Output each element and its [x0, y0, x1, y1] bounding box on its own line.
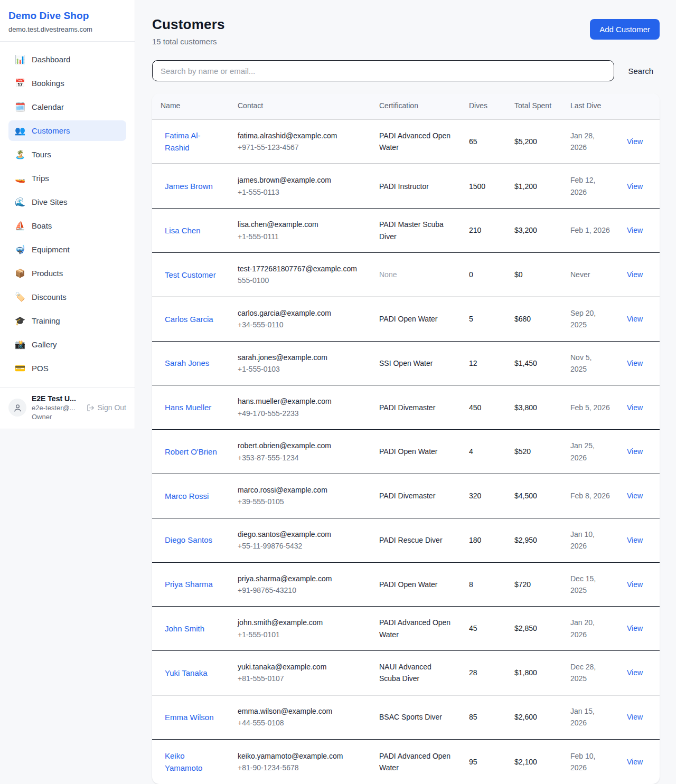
customer-last-dive: Jan 15, 2026: [562, 695, 618, 739]
customer-email: hans.mueller@example.com: [238, 395, 362, 407]
sidebar-item-pos[interactable]: 💳 POS: [8, 358, 126, 379]
sign-out-button[interactable]: Sign Out: [87, 403, 126, 412]
view-link[interactable]: View: [627, 315, 643, 323]
add-customer-button[interactable]: Add Customer: [590, 19, 660, 40]
sidebar-item-label: Gallery: [32, 340, 57, 349]
sidebar-item-discounts[interactable]: 🏷️ Discounts: [8, 287, 126, 307]
sidebar-item-tours[interactable]: 🏝️ Tours: [8, 144, 126, 165]
sidebar-item-boats[interactable]: ⛵ Boats: [8, 215, 126, 236]
view-link[interactable]: View: [627, 624, 643, 632]
customer-dives: 12: [461, 341, 506, 385]
customer-name-link[interactable]: Priya Sharma: [165, 580, 213, 589]
customer-name-link[interactable]: John Smith: [165, 624, 204, 633]
customer-total-spent: $2,100: [506, 739, 562, 784]
brand-name[interactable]: Demo Dive Shop: [8, 10, 126, 22]
customer-phone: +39-555-0105: [238, 496, 362, 507]
sidebar-item-customers[interactable]: 👥 Customers: [8, 120, 126, 141]
customer-total-spent: $5,200: [506, 119, 562, 164]
customer-name-link[interactable]: Lisa Chen: [165, 226, 201, 235]
table-row: Fatima Al-Rashid fatima.alrashid@example…: [152, 119, 660, 164]
sidebar-item-dive-sites[interactable]: 🌊 Dive Sites: [8, 192, 126, 212]
customer-last-dive: Sep 20, 2025: [562, 297, 618, 341]
camera-flash-icon: 📸: [15, 339, 25, 350]
sidebar-item-label: Trips: [32, 174, 49, 183]
view-link[interactable]: View: [627, 713, 643, 721]
view-link[interactable]: View: [627, 270, 643, 279]
customer-name-link[interactable]: Carlos Garcia: [165, 315, 213, 324]
sidebar-item-training[interactable]: 🎓 Training: [8, 310, 126, 331]
sidebar-item-products[interactable]: 📦 Products: [8, 263, 126, 284]
view-link[interactable]: View: [627, 403, 643, 412]
sidebar-item-calendar[interactable]: 🗓️ Calendar: [8, 97, 126, 117]
sidebar-nav: 📊 Dashboard 📅 Bookings 🗓️ Calendar 👥 Cus…: [0, 42, 135, 387]
customer-last-dive: Nov 5, 2025: [562, 341, 618, 385]
sidebar-item-bookings[interactable]: 📅 Bookings: [8, 73, 126, 93]
customer-last-dive: Feb 10, 2026: [562, 739, 618, 784]
customer-phone: +34-555-0110: [238, 319, 362, 330]
table-row: Test Customer test-1772681807767@example…: [152, 253, 660, 297]
customer-phone: +44-555-0108: [238, 717, 362, 729]
view-link[interactable]: View: [627, 359, 643, 367]
package-icon: 📦: [15, 268, 25, 278]
customer-name-link[interactable]: Fatima Al-Rashid: [165, 131, 201, 152]
table-header-row: NameContactCertificationDivesTotal Spent…: [152, 93, 660, 119]
customer-dives: 85: [461, 695, 506, 739]
customer-phone: +81-90-1234-5678: [238, 762, 362, 773]
customer-name-link[interactable]: Hans Mueller: [165, 403, 211, 412]
sidebar-item-trips[interactable]: 🚤 Trips: [8, 168, 126, 188]
view-link[interactable]: View: [627, 137, 643, 146]
search-button[interactable]: Search: [622, 62, 660, 80]
customer-email: marco.rossi@example.com: [238, 484, 362, 496]
view-link[interactable]: View: [627, 226, 643, 234]
customer-name-link[interactable]: Sarah Jones: [165, 358, 209, 367]
customer-name-link[interactable]: Robert O'Brien: [165, 447, 217, 456]
user-role: Owner: [32, 413, 81, 421]
customer-last-dive: Jan 28, 2026: [562, 119, 618, 164]
sailboat-icon: ⛵: [15, 221, 25, 231]
customer-last-dive: Jan 20, 2026: [562, 607, 618, 651]
view-link[interactable]: View: [627, 182, 643, 191]
sidebar-item-label: Dashboard: [32, 55, 70, 64]
customer-email: yuki.tanaka@example.com: [238, 661, 362, 673]
customer-phone: +91-98765-43210: [238, 584, 362, 596]
table-row: John Smith john.smith@example.com +1-555…: [152, 607, 660, 651]
column-header: Dives: [461, 93, 506, 119]
customer-dives: 8: [461, 562, 506, 607]
customer-total-spent: $1,450: [506, 341, 562, 385]
view-link[interactable]: View: [627, 758, 643, 766]
label-icon: 🏷️: [15, 292, 25, 302]
search-input[interactable]: [152, 60, 614, 81]
customer-phone: +55-11-99876-5432: [238, 540, 362, 552]
customer-last-dive: Feb 12, 2026: [562, 164, 618, 209]
sidebar-item-label: Tours: [32, 150, 51, 159]
sidebar-item-gallery[interactable]: 📸 Gallery: [8, 334, 126, 355]
customer-certification: PADI Master Scuba Diver: [379, 220, 444, 240]
customer-name-link[interactable]: Emma Wilson: [165, 713, 214, 722]
view-link[interactable]: View: [627, 580, 643, 589]
table-row: Marco Rossi marco.rossi@example.com +39-…: [152, 474, 660, 518]
customer-total-spent: $2,950: [506, 518, 562, 562]
customer-name-link[interactable]: Keiko Yamamoto: [165, 751, 202, 772]
customer-dives: 180: [461, 518, 506, 562]
customer-last-dive: Feb 1, 2026: [562, 209, 618, 253]
view-link[interactable]: View: [627, 492, 643, 500]
customer-name-link[interactable]: James Brown: [165, 182, 213, 191]
customer-name-link[interactable]: Yuki Tanaka: [165, 668, 208, 677]
view-link[interactable]: View: [627, 447, 643, 456]
user-name: E2E Test U...: [32, 394, 81, 403]
page-title: Customers: [152, 16, 225, 33]
customer-name-link[interactable]: Test Customer: [165, 270, 216, 279]
customer-email: test-1772681807767@example.com: [238, 263, 362, 275]
customer-email: robert.obrien@example.com: [238, 440, 362, 451]
table-row: Lisa Chen lisa.chen@example.com +1-555-0…: [152, 209, 660, 253]
bar-chart-icon: 📊: [15, 54, 25, 64]
view-link[interactable]: View: [627, 536, 643, 544]
view-link[interactable]: View: [627, 668, 643, 677]
customer-name-link[interactable]: Marco Rossi: [165, 492, 209, 500]
sidebar-item-equipment[interactable]: 🤿 Equipment: [8, 239, 126, 260]
customer-last-dive: Dec 28, 2025: [562, 651, 618, 695]
customer-name-link[interactable]: Diego Santos: [165, 535, 212, 544]
sidebar-item-dashboard[interactable]: 📊 Dashboard: [8, 49, 126, 70]
customer-total-spent: $4,500: [506, 474, 562, 518]
logout-icon: [87, 404, 95, 412]
